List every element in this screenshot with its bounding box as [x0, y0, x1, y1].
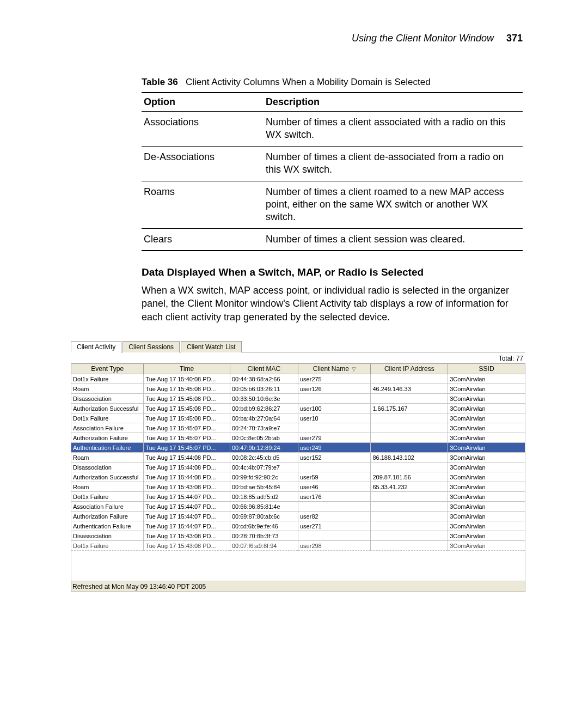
table-row[interactable]: RoamTue Aug 17 15:44:08 PD...00:08:2c:45…: [71, 453, 525, 462]
cell-ip: 1.66.175.167: [371, 404, 448, 413]
cell-ip: [371, 502, 448, 512]
cell-name: user152: [298, 453, 370, 462]
cell-ip: [371, 492, 448, 502]
cell-name: user126: [298, 384, 370, 394]
cell-mac: 00:69:87:80:ab:6c: [230, 512, 298, 521]
doc-table-header-description: Description: [264, 93, 523, 112]
cell-ssid: 3ComAirwlan: [448, 472, 525, 482]
cell-time: Tue Aug 17 15:44:08 PD...: [144, 453, 230, 462]
table-row[interactable]: Authorization SuccessfulTue Aug 17 15:45…: [71, 404, 525, 413]
cell-time: Tue Aug 17 15:45:08 PD...: [144, 413, 230, 423]
table-row[interactable]: Authorization SuccessfulTue Aug 17 15:44…: [71, 472, 525, 482]
cell-ip: [371, 531, 448, 541]
cell-event: Roam: [71, 482, 144, 492]
cell-name: user176: [298, 492, 370, 502]
cell-event: Disassociation: [71, 394, 144, 404]
cell-mac: 00:4c:4b:07:79:e7: [230, 462, 298, 472]
section-heading: Data Displayed When a Switch, MAP, or Ra…: [142, 266, 523, 278]
doc-table-option: De-Associations: [142, 146, 264, 181]
running-header-title: Using the Client Monitor Window: [352, 33, 494, 44]
cell-event: Dot1x Failure: [71, 374, 144, 384]
cell-mac: 00:44:38:68:a2:66: [230, 374, 298, 384]
cell-event: Disassociation: [71, 531, 144, 541]
refresh-status: Refreshed at Mon May 09 13:46:40 PDT 200…: [71, 581, 525, 592]
column-header-ssid[interactable]: SSID: [448, 364, 525, 374]
cell-ssid: 3ComAirwlan: [448, 433, 525, 443]
cell-ssid: 3ComAirwlan: [448, 374, 525, 384]
table-row[interactable]: Authentication FailureTue Aug 17 15:44:0…: [71, 521, 525, 531]
table-row[interactable]: Association FailureTue Aug 17 15:45:07 P…: [71, 423, 525, 433]
cell-ssid: 3ComAirwlan: [448, 541, 525, 551]
cell-ip: [371, 462, 448, 472]
table-row[interactable]: RoamTue Aug 17 15:43:08 PD...00:bd:ae:5b…: [71, 482, 525, 492]
doc-table-option: Clears: [142, 228, 264, 251]
cell-ssid: 3ComAirwlan: [448, 512, 525, 521]
table-caption-text: Client Activity Columns When a Mobility …: [186, 77, 431, 87]
cell-ip: [371, 512, 448, 521]
cell-ssid: 3ComAirwlan: [448, 384, 525, 394]
cell-time: Tue Aug 17 15:45:08 PD...: [144, 404, 230, 413]
cell-event: Roam: [71, 384, 144, 394]
doc-table-description: Number of times a client roamed to a new…: [264, 181, 523, 228]
cell-name: user10: [298, 413, 370, 423]
tab-client-activity[interactable]: Client Activity: [71, 341, 121, 352]
cell-ip: [371, 443, 448, 453]
table-row[interactable]: RoamTue Aug 17 15:45:08 PD...00:05:b6:03…: [71, 384, 525, 394]
cell-name: user59: [298, 472, 370, 482]
cell-mac: 00:24:70:73:a9:e7: [230, 423, 298, 433]
table-row[interactable]: DisassociationTue Aug 17 15:43:08 PD...0…: [71, 531, 525, 541]
cell-mac: 00:bd:b9:62:86:27: [230, 404, 298, 413]
cell-ssid: 3ComAirwlan: [448, 492, 525, 502]
table-row[interactable]: DisassociationTue Aug 17 15:45:08 PD...0…: [71, 394, 525, 404]
cell-event: Authentication Failure: [71, 521, 144, 531]
cell-event: Dot1x Failure: [71, 413, 144, 423]
column-header-time[interactable]: Time: [144, 364, 230, 374]
cell-mac: 00:bd:ae:5b:45:84: [230, 482, 298, 492]
table-row[interactable]: Authentication FailureTue Aug 17 15:45:0…: [71, 443, 525, 453]
table-row[interactable]: Dot1x FailureTue Aug 17 15:45:08 PD...00…: [71, 413, 525, 423]
cell-ip: 65.33.41.232: [371, 482, 448, 492]
column-header-client-ip-address[interactable]: Client IP Address: [371, 364, 448, 374]
doc-table: Option Description AssociationsNumber of…: [142, 92, 523, 251]
table-row[interactable]: Dot1x FailureTue Aug 17 15:44:07 PD...00…: [71, 492, 525, 502]
cell-name: [298, 462, 370, 472]
cell-event: Association Failure: [71, 423, 144, 433]
cell-event: Association Failure: [71, 502, 144, 512]
cell-ssid: 3ComAirwlan: [448, 413, 525, 423]
cell-ssid: 3ComAirwlan: [448, 423, 525, 433]
tab-client-watch-list[interactable]: Client Watch List: [181, 341, 242, 352]
cell-mac: 00:ba:4b:27:0a:64: [230, 413, 298, 423]
table-row[interactable]: DisassociationTue Aug 17 15:44:08 PD...0…: [71, 462, 525, 472]
table-row[interactable]: Authorization FailureTue Aug 17 15:44:07…: [71, 512, 525, 521]
cell-mac: 00:08:2c:45:cb:d5: [230, 453, 298, 462]
tab-client-sessions[interactable]: Client Sessions: [122, 341, 180, 352]
column-header-event-type[interactable]: Event Type: [71, 364, 144, 374]
cell-ssid: 3ComAirwlan: [448, 482, 525, 492]
cell-name: user249: [298, 443, 370, 453]
column-header-client-name[interactable]: Client Name ▽: [298, 364, 370, 374]
table-row[interactable]: Dot1x FailureTue Aug 17 15:43:08 PD...00…: [71, 541, 525, 551]
cell-name: [298, 394, 370, 404]
cell-ip: [371, 374, 448, 384]
table-row[interactable]: Dot1x FailureTue Aug 17 15:40:08 PD...00…: [71, 374, 525, 384]
column-header-client-mac[interactable]: Client MAC: [230, 364, 298, 374]
cell-mac: 00:47:9b:12:89:24: [230, 443, 298, 453]
section-paragraph: When a WX switch, MAP access point, or i…: [142, 284, 523, 324]
cell-time: Tue Aug 17 15:43:08 PD...: [144, 482, 230, 492]
doc-table-option: Roams: [142, 181, 264, 228]
cell-time: Tue Aug 17 15:44:07 PD...: [144, 502, 230, 512]
cell-ssid: 3ComAirwlan: [448, 453, 525, 462]
cell-time: Tue Aug 17 15:43:08 PD...: [144, 531, 230, 541]
cell-ip: [371, 433, 448, 443]
cell-time: Tue Aug 17 15:44:08 PD...: [144, 462, 230, 472]
cell-ssid: 3ComAirwlan: [448, 502, 525, 512]
cell-mac: 00:07:f6:a9:8f:94: [230, 541, 298, 551]
cell-event: Authorization Successful: [71, 404, 144, 413]
cell-ssid: 3ComAirwlan: [448, 531, 525, 541]
table-row[interactable]: Association FailureTue Aug 17 15:44:07 P…: [71, 502, 525, 512]
cell-event: Dot1x Failure: [71, 541, 144, 551]
client-monitor-screenshot: Client ActivityClient SessionsClient Wat…: [71, 340, 525, 592]
table-row[interactable]: Authorization FailureTue Aug 17 15:45:07…: [71, 433, 525, 443]
tab-row: Client ActivityClient SessionsClient Wat…: [71, 340, 525, 352]
cell-time: Tue Aug 17 15:44:07 PD...: [144, 512, 230, 521]
